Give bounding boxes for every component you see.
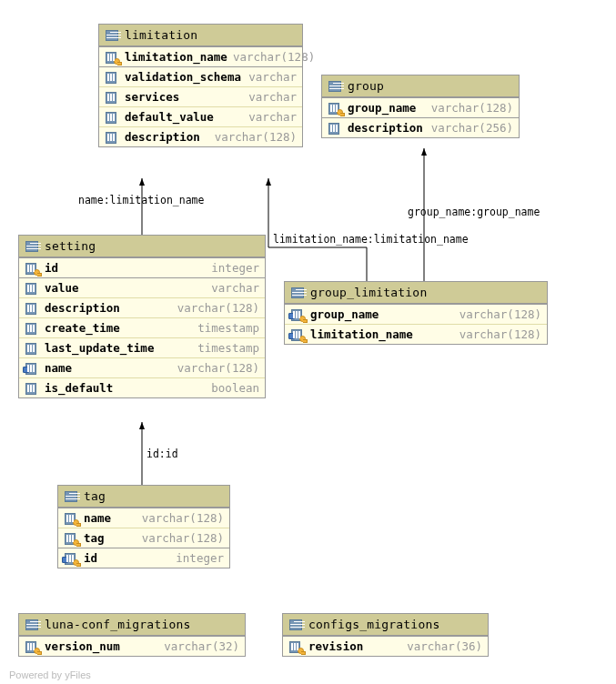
- edge-label: name:limitation_name: [78, 194, 204, 206]
- pk-column-icon: [25, 640, 39, 653]
- column-icon: [328, 122, 342, 135]
- pk-column-icon: [64, 532, 78, 545]
- column-icon: [25, 302, 39, 315]
- entity-header: group: [322, 75, 519, 97]
- entity-title: limitation: [125, 28, 197, 42]
- table-row: limitation_name varchar(128): [99, 46, 302, 66]
- table-row: name varchar(128): [58, 508, 229, 528]
- entity-header: group_limitation: [285, 282, 547, 304]
- table-row: default_value varchar: [99, 106, 302, 126]
- entity-configs-migrations: configs_migrations revision varchar(36): [282, 613, 489, 657]
- table-row: group_name varchar(128): [322, 97, 519, 117]
- pk-column-icon: [328, 102, 342, 115]
- table-row: tag varchar(128): [58, 528, 229, 548]
- table-row: id integer: [58, 548, 229, 568]
- table-row: limitation_name varchar(128): [285, 324, 547, 344]
- entity-title: tag: [84, 489, 106, 503]
- entity-title: group: [348, 79, 384, 93]
- table-icon: [328, 80, 342, 93]
- entity-luna-conf-migrations: luna-conf_migrations version_num varchar…: [18, 613, 246, 657]
- edge-label: group_name:group_name: [408, 206, 540, 218]
- table-row: group_name varchar(128): [285, 304, 547, 324]
- column-icon: [25, 282, 39, 295]
- entity-title: group_limitation: [310, 286, 427, 299]
- edge-label: limitation_name:limitation_name: [273, 233, 469, 246]
- table-row: description varchar(128): [99, 126, 302, 146]
- table-row: id integer: [19, 257, 265, 277]
- column-icon: [105, 111, 119, 124]
- table-row: version_num varchar(32): [19, 636, 245, 656]
- table-icon: [25, 619, 39, 631]
- entity-header: setting: [19, 236, 265, 257]
- table-row: validation_schema varchar: [99, 66, 302, 86]
- table-row: is_default boolean: [19, 377, 265, 397]
- pk-column-icon: [288, 640, 303, 653]
- table-icon: [25, 240, 39, 253]
- entity-group: group group_name varchar(128) descriptio…: [321, 75, 520, 138]
- table-row: services varchar: [99, 86, 302, 106]
- table-icon: [290, 287, 305, 299]
- table-icon: [105, 29, 119, 42]
- pk-fk-column-icon: [64, 552, 78, 565]
- column-icon: [25, 382, 39, 395]
- pk-column-icon: [64, 512, 78, 525]
- entity-header: luna-conf_migrations: [19, 614, 245, 636]
- entity-group-limitation: group_limitation group_name varchar(128)…: [284, 281, 548, 345]
- pk-fk-column-icon: [290, 328, 305, 341]
- pk-column-icon: [25, 262, 39, 275]
- edge-label: id:id: [146, 448, 178, 460]
- table-row: create_time timestamp: [19, 317, 265, 337]
- entity-header: configs_migrations: [283, 614, 488, 636]
- column-icon: [25, 342, 39, 355]
- entity-tag: tag name varchar(128) tag varchar(128) i…: [57, 485, 230, 568]
- table-icon: [288, 619, 303, 631]
- entity-title: luna-conf_migrations: [45, 618, 191, 631]
- fk-column-icon: [25, 362, 39, 375]
- footer-credit: Powered by yFiles: [9, 669, 91, 680]
- entity-title: configs_migrations: [308, 618, 439, 631]
- entity-header: tag: [58, 486, 229, 508]
- entity-setting: setting id integer value varchar descrip…: [18, 235, 266, 398]
- column-icon: [105, 91, 119, 104]
- entity-header: limitation: [99, 25, 302, 46]
- table-row: value varchar: [19, 277, 265, 297]
- column-icon: [25, 322, 39, 335]
- column-icon: [105, 71, 119, 84]
- table-icon: [64, 490, 78, 503]
- table-row: name varchar(128): [19, 357, 265, 377]
- table-row: description varchar(128): [19, 297, 265, 317]
- table-row: description varchar(256): [322, 117, 519, 137]
- pk-fk-column-icon: [290, 308, 305, 321]
- entity-limitation: limitation limitation_name varchar(128) …: [98, 24, 303, 147]
- entity-title: setting: [45, 239, 96, 253]
- pk-column-icon: [105, 51, 119, 64]
- table-row: revision varchar(36): [283, 636, 488, 656]
- table-row: last_update_time timestamp: [19, 337, 265, 357]
- column-icon: [105, 131, 119, 144]
